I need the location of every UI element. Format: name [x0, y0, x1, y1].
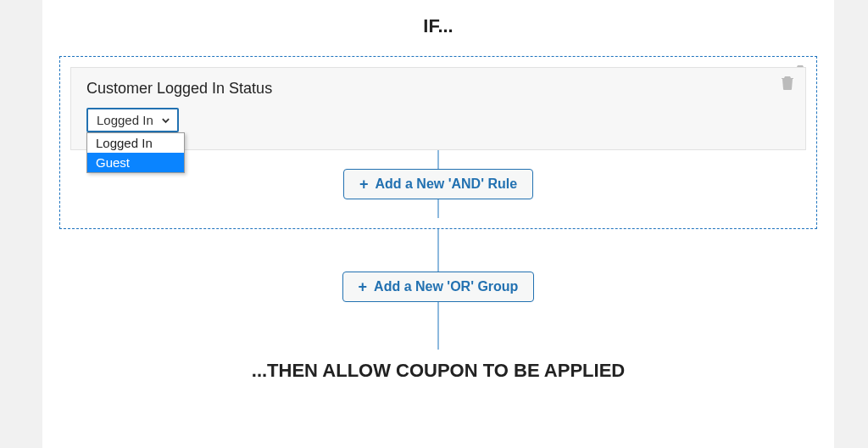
connector-line	[437, 229, 439, 272]
add-and-label: Add a New 'AND' Rule	[375, 176, 517, 192]
chevron-down-icon	[161, 113, 170, 127]
connector-line	[437, 199, 439, 218]
add-or-label: Add a New 'OR' Group	[374, 279, 518, 294]
plus-icon: +	[359, 176, 369, 192]
trash-icon[interactable]	[782, 76, 793, 90]
rule-title: Customer Logged In Status	[86, 80, 790, 98]
dropdown-option-guest[interactable]: Guest	[87, 153, 184, 172]
rule-box: Customer Logged In Status Logged In Logg…	[70, 67, 806, 150]
dropdown-list: Logged In Guest	[86, 132, 185, 173]
connector-line	[437, 150, 439, 169]
status-select[interactable]: Logged In Logged In Guest	[86, 108, 179, 132]
if-heading: IF...	[42, 0, 834, 56]
plus-icon: +	[359, 279, 368, 294]
add-or-group-button[interactable]: + Add a New 'OR' Group	[342, 272, 535, 302]
connector-line	[437, 302, 439, 350]
dropdown-option-logged-in[interactable]: Logged In	[87, 133, 184, 153]
add-and-rule-button[interactable]: + Add a New 'AND' Rule	[343, 169, 533, 199]
select-button[interactable]: Logged In	[86, 108, 179, 132]
then-heading: ...THEN ALLOW COUPON TO BE APPLIED	[42, 350, 834, 382]
or-group: Customer Logged In Status Logged In Logg…	[59, 56, 817, 229]
select-value: Logged In	[97, 113, 153, 127]
rules-builder-panel: IF... Customer Logged In Status Logged I…	[42, 0, 834, 448]
